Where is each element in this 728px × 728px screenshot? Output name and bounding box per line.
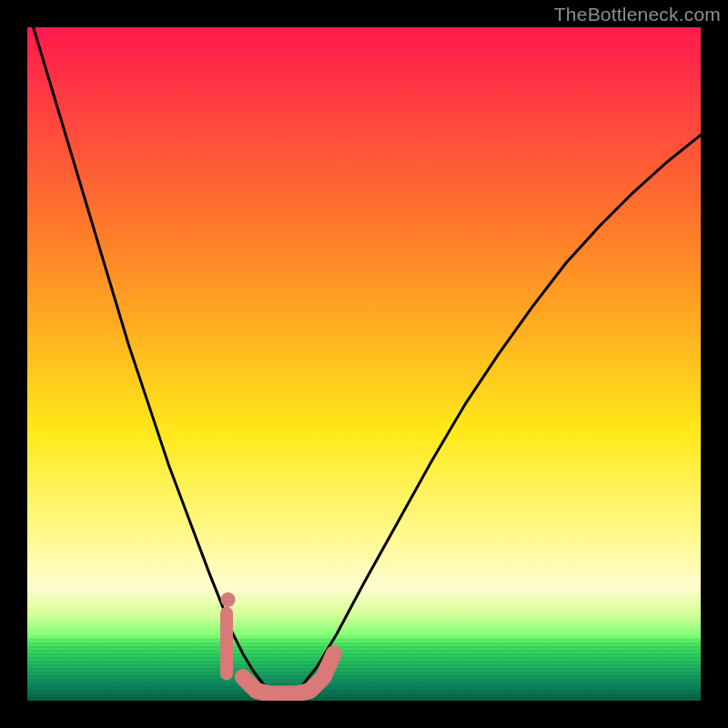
watermark-text: TheBottleneck.com [554, 4, 721, 25]
chart-frame: TheBottleneck.com [0, 0, 728, 728]
series-highlight-left-dot [221, 592, 236, 607]
series-bottleneck-curve [27, 27, 701, 694]
plot-area [27, 27, 701, 701]
curve-layer [27, 27, 701, 701]
